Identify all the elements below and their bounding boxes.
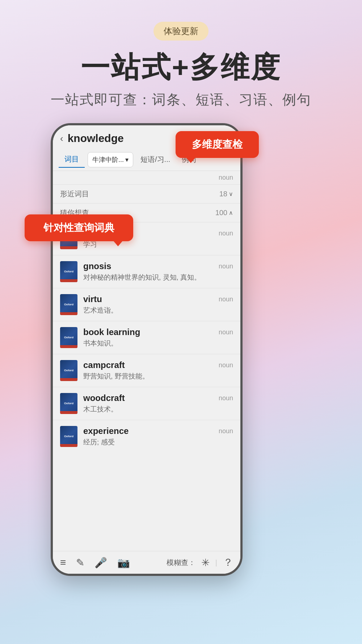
book-icon-campcraft: Oxford bbox=[60, 360, 77, 381]
word-chinese: 艺术造诣。 bbox=[83, 306, 213, 315]
main-title: 一站式+多维度 bbox=[0, 51, 362, 83]
chevron-up-icon: ∧ bbox=[229, 209, 233, 216]
word-english: gnosis bbox=[83, 261, 213, 271]
star-icon[interactable]: ✳ bbox=[201, 557, 210, 569]
word-content-gnosis: gnosis 对神秘的精神世界的知识, 灵知, 真知。 bbox=[83, 261, 213, 282]
word-content-experience: experience 经历; 感受 bbox=[83, 426, 213, 447]
phone-screen: ‹ knowledge ⋯ 词目 牛津中阶... ▾ 短语/习... 例句 no… bbox=[53, 125, 240, 574]
word-type: noun bbox=[219, 393, 233, 402]
word-chinese: 野营知识, 野营技能。 bbox=[83, 372, 213, 381]
fuzzy-label: 模糊查： bbox=[167, 558, 195, 568]
tab-oxford-label: 牛津中阶... bbox=[92, 155, 124, 164]
book-icon-virtu: Oxford bbox=[60, 294, 77, 315]
word-english: campcraft bbox=[83, 360, 213, 370]
section-similar-title: 形近词目 bbox=[60, 189, 89, 199]
word-item-book-learning[interactable]: Oxford book learning 书本知识。 noun bbox=[53, 321, 240, 354]
phone-container: ‹ knowledge ⋯ 词目 牛津中阶... ▾ 短语/习... 例句 no… bbox=[51, 123, 243, 576]
word-chinese: 经历; 感受 bbox=[83, 438, 213, 447]
tab-phrases[interactable]: 短语/习... bbox=[136, 152, 174, 167]
book-icon-gnosis: Oxford bbox=[60, 261, 77, 282]
word-content-book-learning: book learning 书本知识。 bbox=[83, 327, 213, 348]
menu-icon[interactable]: ≡ bbox=[60, 557, 66, 569]
word-type: noun bbox=[219, 327, 233, 336]
word-item-virtu[interactable]: Oxford virtu 艺术造诣。 noun bbox=[53, 288, 240, 321]
float-label-multidim: 多维度查检 bbox=[176, 131, 259, 158]
word-chinese: 对神秘的精神世界的知识, 灵知, 真知。 bbox=[83, 273, 213, 282]
word-english: virtu bbox=[83, 294, 213, 304]
word-chinese: 书本知识。 bbox=[83, 339, 213, 348]
word-list: Oxford learning 学习 noun Oxford gnosis bbox=[53, 222, 240, 551]
question-icon[interactable]: ？ bbox=[223, 556, 233, 569]
word-item-experience[interactable]: Oxford experience 经历; 感受 noun bbox=[53, 420, 240, 453]
section-similar[interactable]: 形近词目 18 ∨ bbox=[53, 184, 240, 203]
word-english: woodcraft bbox=[83, 393, 213, 403]
float-label-query: 针对性查询词典 bbox=[25, 214, 133, 241]
word-type: noun bbox=[219, 426, 233, 435]
top-section: 体验更新 一站式+多维度 一站式即可查：词条、短语、习语、例句 bbox=[0, 0, 362, 109]
edit-icon[interactable]: ✎ bbox=[76, 557, 84, 569]
book-icon-experience: Oxford bbox=[60, 426, 77, 447]
phone-mockup: ‹ knowledge ⋯ 词目 牛津中阶... ▾ 短语/习... 例句 no… bbox=[51, 123, 243, 576]
chevron-down-icon: ∨ bbox=[229, 191, 233, 197]
word-item-campcraft[interactable]: Oxford campcraft 野营知识, 野营技能。 noun bbox=[53, 354, 240, 387]
mic-icon[interactable]: 🎤 bbox=[94, 557, 107, 569]
word-content-woodcraft: woodcraft 木工技术。 bbox=[83, 393, 213, 414]
bottom-toolbar: ≡ ✎ 🎤 📷 模糊查： ✳ | ？ bbox=[53, 551, 240, 574]
word-type: noun bbox=[219, 228, 233, 237]
book-icon-book-learning: Oxford bbox=[60, 327, 77, 348]
section-guess-count: 100 ∧ bbox=[215, 209, 233, 217]
book-icon-woodcraft: Oxford bbox=[60, 393, 77, 414]
word-type: noun bbox=[219, 360, 233, 369]
tab-cidmu[interactable]: 词目 bbox=[59, 151, 85, 168]
noun-label: noun bbox=[53, 171, 240, 184]
word-english: book learning bbox=[83, 327, 213, 337]
chevron-down-icon: ▾ bbox=[125, 156, 129, 164]
subtitle: 一站式即可查：词条、短语、习语、例句 bbox=[0, 91, 362, 109]
section-similar-count: 18 ∨ bbox=[219, 190, 233, 198]
word-item-gnosis[interactable]: Oxford gnosis 对神秘的精神世界的知识, 灵知, 真知。 noun bbox=[53, 255, 240, 288]
word-type: noun bbox=[219, 261, 233, 270]
word-content-virtu: virtu 艺术造诣。 bbox=[83, 294, 213, 315]
word-item-woodcraft[interactable]: Oxford woodcraft 木工技术。 noun bbox=[53, 387, 240, 420]
word-english: experience bbox=[83, 426, 213, 436]
badge: 体验更新 bbox=[153, 22, 209, 41]
camera-icon[interactable]: 📷 bbox=[117, 557, 130, 569]
toolbar-left: ≡ ✎ 🎤 📷 bbox=[60, 557, 130, 569]
back-button[interactable]: ‹ bbox=[60, 133, 63, 144]
word-type: noun bbox=[219, 294, 233, 303]
word-chinese: 木工技术。 bbox=[83, 405, 213, 414]
tab-oxford-dropdown[interactable]: 牛津中阶... ▾ bbox=[88, 152, 133, 167]
toolbar-separator: | bbox=[215, 559, 217, 567]
toolbar-right: 模糊查： ✳ | ？ bbox=[167, 556, 233, 569]
word-content-campcraft: campcraft 野营知识, 野营技能。 bbox=[83, 360, 213, 381]
